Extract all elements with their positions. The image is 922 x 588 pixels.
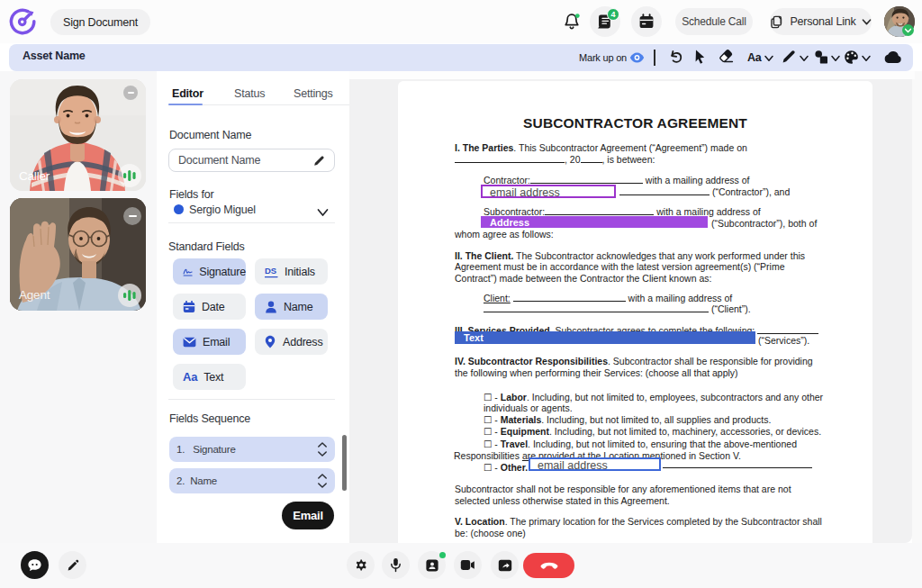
svg-text:DS: DS [265,266,276,276]
